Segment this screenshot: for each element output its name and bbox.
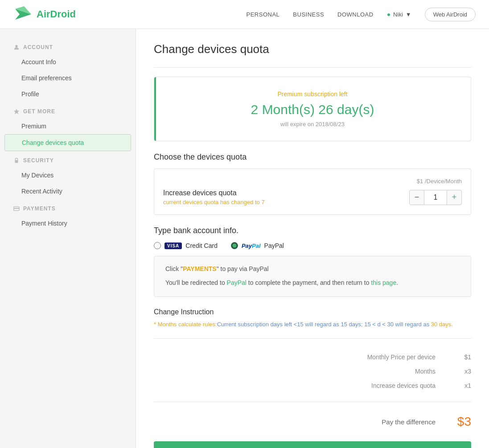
increase-quota-value: x1 (436, 382, 471, 389)
user-menu[interactable]: ● Niki ▼ (387, 11, 411, 18)
svg-point-2 (15, 45, 17, 47)
sidebar-item-payment-history[interactable]: Payment History (0, 215, 136, 231)
logo-text: AirDroid (37, 8, 76, 20)
paypal-label: PayPal (264, 242, 284, 249)
header: AirDroid PERSONAL BUSINESS DOWNLOAD ● Ni… (0, 0, 489, 29)
svg-rect-4 (15, 160, 18, 163)
paypal-badge: PayPal (242, 242, 261, 249)
divider-top (154, 67, 471, 68)
user-icon: ● (387, 11, 390, 18)
lock-icon (13, 157, 20, 164)
paypal-info-box: Click "PAYMENTS" to pay via PayPal You'l… (154, 256, 471, 297)
price-row-monthly: Monthly Price per device $1 (154, 350, 471, 364)
premium-time: 2 Month(s) 26 day(s) (168, 102, 457, 117)
monthly-price-value: $1 (436, 353, 471, 361)
sidebar-section-security: SECURITY (0, 151, 136, 167)
price-summary: Monthly Price per device $1 Months x3 In… (154, 350, 471, 432)
sidebar-item-email-preferences[interactable]: Email preferences (0, 70, 136, 86)
months-label: Months (154, 368, 436, 375)
months-value: x3 (436, 368, 471, 375)
quota-label: Increase devices quota (163, 189, 265, 197)
logo-icon (13, 4, 33, 24)
sidebar-section-account: ACCOUNT (0, 38, 136, 54)
price-row-increase: Increase devices quota x1 (154, 378, 471, 393)
page-title: Change devices quota (154, 42, 471, 56)
payments-highlight: PAYMENTS (183, 265, 216, 272)
nav-download[interactable]: DOWNLOAD (337, 11, 374, 18)
quota-stepper: − 1 + (409, 190, 462, 205)
sidebar-section-get-more: GET MORE (0, 102, 136, 118)
visa-badge: VISA (164, 242, 182, 249)
instruction-blue-1: Current subscription days left <15 will … (217, 321, 430, 328)
sidebar-section-payments: PAYMENTS (0, 199, 136, 215)
quota-price: $1 /Device/Month (163, 178, 462, 185)
price-row-total: Pay the difference $3 (154, 411, 471, 432)
stepper-value: 1 (424, 190, 447, 205)
paypal-radio[interactable] (231, 242, 238, 249)
instruction-text: * Months calculate rules:Current subscri… (154, 320, 471, 329)
web-airdroid-button[interactable]: Web AirDroid (425, 8, 476, 21)
premium-expire: will expire on 2018/08/23 (168, 121, 457, 127)
payments-button[interactable]: PAYMENTS (154, 441, 471, 448)
main-content: Change devices quota Premium subscriptio… (136, 29, 489, 448)
divider-summary (154, 338, 471, 339)
premium-info-box: Premium subscription left 2 Month(s) 26 … (154, 77, 471, 141)
credit-card-option[interactable]: VISA Credit Card (154, 242, 218, 249)
quota-sublabel: current devices quota has changed to 7 (163, 199, 265, 206)
pay-difference-value: $3 (436, 415, 471, 429)
quota-row: Increase devices quota current devices q… (163, 189, 462, 206)
sidebar-item-premium[interactable]: Premium (0, 118, 136, 134)
price-row-months: Months x3 (154, 364, 471, 378)
stepper-plus-button[interactable]: + (447, 190, 462, 205)
payment-options: VISA Credit Card PayPal PayPal (154, 242, 471, 249)
paypal-option[interactable]: PayPal PayPal (231, 242, 284, 249)
choose-quota-title: Choose the devices quota (154, 152, 471, 162)
paypal-highlight: PayPal (227, 279, 247, 286)
sidebar-item-recent-activity[interactable]: Recent Activity (0, 183, 136, 199)
change-instruction: Change Instruction * Months calculate ru… (154, 308, 471, 329)
pay-difference-label: Pay the difference (154, 418, 436, 426)
credit-card-radio[interactable] (154, 242, 161, 249)
nav-personal[interactable]: PERSONAL (247, 11, 280, 18)
sidebar-item-my-devices[interactable]: My Devices (0, 167, 136, 183)
paypal-redirect-text: You'll be redirected to PayPal to comple… (165, 278, 460, 288)
account-icon (13, 44, 20, 50)
dropdown-icon: ▼ (406, 11, 411, 18)
monthly-price-label: Monthly Price per device (154, 353, 436, 361)
star-icon (13, 108, 20, 115)
quota-label-group: Increase devices quota current devices q… (163, 189, 265, 206)
bank-account-title: Type bank account info. (154, 226, 471, 235)
user-name: Niki (393, 11, 403, 18)
quota-box: $1 /Device/Month Increase devices quota … (154, 169, 471, 215)
increase-quota-label: Increase devices quota (154, 382, 436, 389)
page-layout: ACCOUNT Account Info Email preferences P… (0, 29, 489, 448)
svg-rect-6 (14, 208, 19, 209)
main-nav: PERSONAL BUSINESS DOWNLOAD ● Niki ▼ Web … (247, 8, 476, 21)
instruction-title: Change Instruction (154, 308, 471, 316)
premium-label: Premium subscription left (168, 90, 457, 98)
credit-card-label: Credit Card (185, 242, 218, 249)
paypal-click-text: Click "PAYMENTS" to pay via PayPal (165, 265, 460, 272)
logo[interactable]: AirDroid (13, 4, 76, 24)
payments-icon (13, 206, 20, 212)
sidebar-item-account-info[interactable]: Account Info (0, 54, 136, 70)
divider-total (154, 402, 471, 402)
sidebar-item-profile[interactable]: Profile (0, 86, 136, 102)
sidebar-item-change-devices-quota[interactable]: Change devices quota (4, 134, 131, 151)
page-highlight: this page (371, 279, 396, 286)
stepper-minus-button[interactable]: − (409, 190, 424, 205)
sidebar: ACCOUNT Account Info Email preferences P… (0, 29, 136, 448)
svg-marker-3 (14, 109, 19, 114)
nav-business[interactable]: BUSINESS (293, 11, 324, 18)
